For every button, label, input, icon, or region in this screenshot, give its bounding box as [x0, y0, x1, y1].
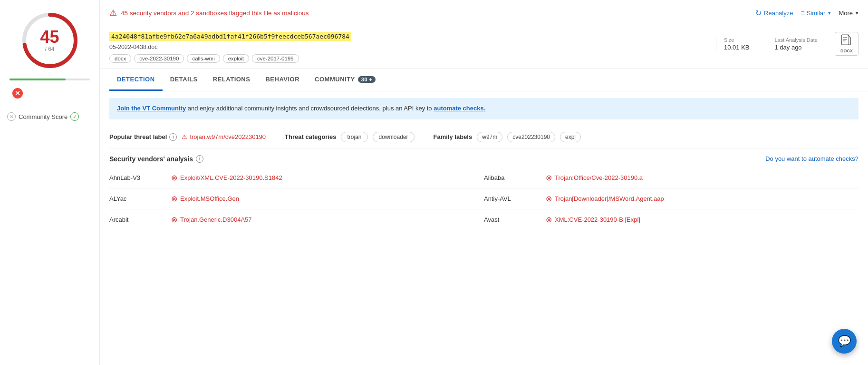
file-hash: 4a24048f81afbe9fb62e7a6a49adbd1faf41f266… [109, 32, 351, 41]
malicious-icon: ✕ [12, 88, 23, 99]
more-button[interactable]: More ▾ [839, 10, 858, 17]
tab-behavior-label: BEHAVIOR [265, 76, 299, 83]
vendor-threat-icon-alyac: ⊗ [171, 194, 177, 203]
similar-label: Similar [807, 10, 826, 17]
family-w97m[interactable]: w97m [477, 132, 502, 142]
tab-details[interactable]: DETAILS [163, 69, 205, 91]
vendor-detection-text-avast: XML:CVE-2022-30190-B [Expl] [555, 216, 640, 223]
threat-label-info-icon[interactable]: i [169, 133, 177, 141]
similar-button[interactable]: ≡ Similar ▾ [800, 9, 831, 17]
family-cve202230190[interactable]: cve202230190 [507, 132, 555, 142]
x-icon-row: ✕ [8, 88, 23, 103]
community-badge: 30 + [358, 76, 376, 83]
threat-value: ⚠ trojan.w97m/cve202230190 [182, 133, 266, 140]
vendor-detection-antiy: ⊗ Trojan[Downloader]/MSWord.Agent.aap [546, 194, 664, 203]
vendor-detection-avast: ⊗ XML:CVE-2022-30190-B [Expl] [546, 215, 640, 224]
vendor-name-alyac: ALYac [109, 195, 166, 202]
file-info-left: 4a24048f81afbe9fb62e7a6a49adbd1faf41f266… [109, 32, 706, 63]
vendor-name-alibaba: Alibaba [484, 174, 541, 181]
main-content: ⚠ 45 security vendors and 2 sandboxes fl… [100, 0, 868, 365]
score-main: 45 [40, 29, 59, 46]
vendor-threat-icon-ahnlab: ⊗ [171, 173, 177, 182]
alert-icon: ⚠ [109, 8, 117, 18]
vendor-detection-text-arcabit: Trojan.Generic.D3004A57 [180, 216, 252, 223]
similar-icon: ≡ [800, 9, 804, 17]
vendor-name-antiy: Antiy-AVL [484, 195, 541, 202]
reanalyze-icon: ↻ [755, 9, 762, 18]
join-vt-link[interactable]: Join the VT Community [117, 105, 186, 112]
tab-details-label: DETAILS [170, 76, 198, 83]
file-type-label: DOCX [840, 49, 853, 53]
automate-checks-link[interactable]: automate checks. [434, 105, 485, 112]
vendors-info-icon[interactable]: i [196, 155, 203, 163]
vendor-row-arcabit: Arcabit ⊗ Trojan.Generic.D3004A57 [109, 209, 484, 230]
vendor-detection-alyac: ⊗ Exploit.MSOffice.Gen [171, 194, 239, 203]
file-type-icon: DOCX [835, 32, 858, 56]
sidebar: 45 / 64 ✕ ✕ Community Score ✓ [0, 0, 100, 365]
chat-button[interactable]: 💬 [832, 329, 857, 354]
vendor-name-arcabit: Arcabit [109, 216, 166, 223]
chat-icon: 💬 [838, 335, 851, 347]
vendor-detection-text-alyac: Exploit.MSOffice.Gen [180, 195, 239, 202]
vendor-threat-icon-avast: ⊗ [546, 215, 552, 224]
family-labels-label: Family labels [434, 133, 473, 140]
reanalyze-button[interactable]: ↻ Reanalyze [755, 9, 793, 18]
tag-exploit[interactable]: exploit [223, 54, 249, 63]
score-circle: 45 / 64 [19, 10, 81, 71]
progress-bar-inner [10, 79, 66, 80]
progress-bar-outer [10, 79, 90, 80]
alert-text: 45 security vendors and 2 sandboxes flag… [121, 10, 309, 17]
tabs-bar: DETECTION DETAILS RELATIONS BEHAVIOR COM… [100, 69, 868, 91]
family-labels-section: Family labels w97m cve202230190 expl [434, 132, 581, 142]
category-trojan[interactable]: trojan [341, 132, 367, 142]
size-value: 10.01 KB [724, 44, 750, 51]
reanalyze-label: Reanalyze [764, 10, 793, 17]
score-total: / 64 [40, 46, 59, 52]
tag-docx[interactable]: docx [109, 54, 131, 63]
file-size-meta: Size 10.01 KB [716, 37, 757, 51]
family-expl[interactable]: expl [560, 132, 581, 142]
file-date-meta: Last Analysis Date 1 day ago [767, 37, 826, 51]
tab-community-label: COMMUNITY [315, 76, 355, 83]
header-alert: ⚠ 45 security vendors and 2 sandboxes fl… [109, 8, 309, 18]
tag-cve-2022[interactable]: cve-2022-30190 [134, 54, 184, 63]
popular-threat-section: Popular threat label i ⚠ trojan.w97m/cve… [109, 133, 266, 141]
score-number: 45 / 64 [40, 29, 59, 52]
vendor-name-avast: Avast [484, 216, 541, 223]
popular-threat-label: Popular threat label i [109, 133, 177, 141]
vendor-row-alyac: ALYac ⊗ Exploit.MSOffice.Gen [109, 188, 484, 209]
tab-detection[interactable]: DETECTION [109, 69, 163, 91]
header-bar: ⚠ 45 security vendors and 2 sandboxes fl… [100, 0, 868, 26]
svg-rect-2 [842, 35, 849, 45]
tag-cve-2017[interactable]: cve-2017-0199 [252, 54, 299, 63]
tag-calls-wmi[interactable]: calls-wmi [187, 54, 220, 63]
vendor-detection-text-alibaba: Trojan:Office/Cve-2022-30190.a [555, 174, 643, 181]
vendor-detection-text-antiy: Trojan[Downloader]/MSWord.Agent.aap [555, 195, 664, 202]
vendor-threat-icon-antiy: ⊗ [546, 194, 552, 203]
threat-alert-icon: ⚠ [182, 133, 187, 140]
tab-detection-label: DETECTION [117, 76, 155, 83]
community-check-icon[interactable]: ✓ [70, 112, 79, 121]
threat-info-row: Popular threat label i ⚠ trojan.w97m/cve… [109, 126, 858, 148]
tab-community[interactable]: COMMUNITY 30 + [307, 69, 383, 91]
vendor-row-alibaba: Alibaba ⊗ Trojan:Office/Cve-2022-30190.a [484, 168, 858, 188]
size-label: Size [724, 37, 750, 43]
vendor-name-ahnlab: AhnLab-V3 [109, 174, 166, 181]
progress-bar-container [5, 79, 95, 84]
tab-relations[interactable]: RELATIONS [205, 69, 258, 91]
detection-content: Join the VT Community and enjoy addition… [100, 91, 868, 230]
vendors-grid: AhnLab-V3 ⊗ Exploit/XML.CVE-2022-30190.S… [109, 168, 858, 230]
date-value: 1 day ago [775, 44, 818, 51]
file-tags: docx cve-2022-30190 calls-wmi exploit cv… [109, 54, 706, 63]
category-downloader[interactable]: downloader [373, 132, 415, 142]
more-chevron-icon: ▾ [856, 10, 858, 16]
vendor-row-antiy: Antiy-AVL ⊗ Trojan[Downloader]/MSWord.Ag… [484, 188, 858, 209]
file-info: 4a24048f81afbe9fb62e7a6a49adbd1faf41f266… [100, 26, 868, 69]
community-score-row: ✕ Community Score ✓ [5, 112, 95, 121]
community-x-icon[interactable]: ✕ [7, 112, 16, 121]
threat-categories-section: Threat categories trojan downloader [285, 132, 414, 142]
automate-checks-label[interactable]: Do you want to automate checks? [765, 155, 858, 162]
vendors-title: Security vendors' analysis i [109, 155, 203, 163]
vendor-detection-arcabit: ⊗ Trojan.Generic.D3004A57 [171, 215, 252, 224]
tab-behavior[interactable]: BEHAVIOR [258, 69, 307, 91]
